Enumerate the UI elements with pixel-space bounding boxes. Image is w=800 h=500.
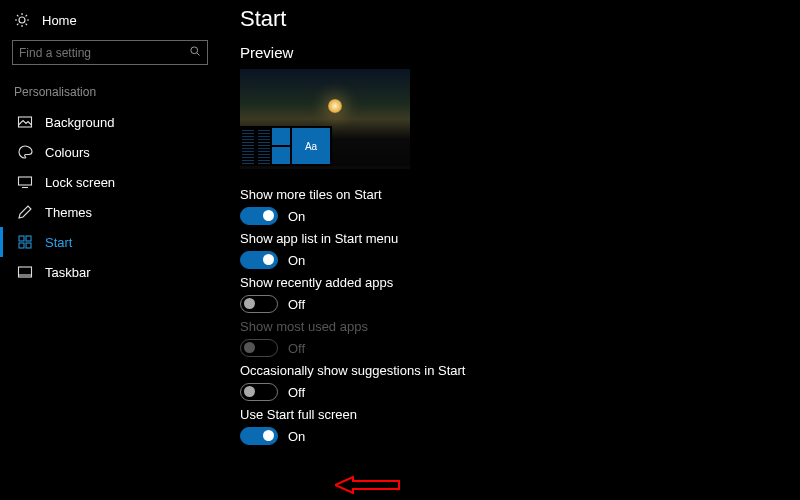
search-input[interactable] [19, 46, 189, 60]
toggle-switch [240, 339, 278, 357]
toggle-state: Off [288, 385, 305, 400]
toggle-state: Off [288, 297, 305, 312]
main-content: Start Preview Aa Show more tiles on Star… [220, 0, 800, 500]
sidebar-item-label: Lock screen [45, 175, 115, 190]
setting-row: Show app list in Start menuOn [240, 231, 780, 269]
setting-label: Show more tiles on Start [240, 187, 780, 202]
page-title: Start [240, 6, 780, 32]
svg-line-1 [197, 53, 200, 56]
svg-rect-5 [19, 236, 24, 241]
sidebar-item-background[interactable]: Background [0, 107, 220, 137]
search-icon [189, 45, 201, 60]
toggle-switch[interactable] [240, 383, 278, 401]
search-input-wrap[interactable] [12, 40, 208, 65]
sidebar-section-label: Personalisation [0, 79, 220, 107]
svg-rect-6 [26, 236, 31, 241]
toggle-switch[interactable] [240, 295, 278, 313]
home-label: Home [42, 13, 77, 28]
sidebar-item-themes[interactable]: Themes [0, 197, 220, 227]
sidebar: Home Personalisation Background Colours … [0, 0, 220, 500]
toggle-switch[interactable] [240, 251, 278, 269]
setting-label: Show most used apps [240, 319, 780, 334]
setting-row: Show most used appsOff [240, 319, 780, 357]
preview-tile-aa: Aa [292, 128, 330, 164]
toggle-state: On [288, 429, 305, 444]
sidebar-item-colours[interactable]: Colours [0, 137, 220, 167]
pen-icon [17, 204, 33, 220]
sidebar-item-label: Start [45, 235, 72, 250]
toggle-switch[interactable] [240, 427, 278, 445]
start-icon [17, 234, 33, 250]
toggle-state: Off [288, 341, 305, 356]
setting-row: Show recently added appsOff [240, 275, 780, 313]
taskbar-icon [17, 264, 33, 280]
toggle-switch[interactable] [240, 207, 278, 225]
sidebar-item-taskbar[interactable]: Taskbar [0, 257, 220, 287]
home-button[interactable]: Home [0, 6, 220, 38]
toggle-state: On [288, 253, 305, 268]
svg-rect-7 [19, 243, 24, 248]
setting-label: Show app list in Start menu [240, 231, 780, 246]
sidebar-item-label: Themes [45, 205, 92, 220]
toggle-state: On [288, 209, 305, 224]
sidebar-item-label: Background [45, 115, 114, 130]
start-preview: Aa [240, 69, 410, 169]
sidebar-item-label: Taskbar [45, 265, 91, 280]
setting-label: Show recently added apps [240, 275, 780, 290]
setting-row: Show more tiles on StartOn [240, 187, 780, 225]
setting-row: Occasionally show suggestions in StartOf… [240, 363, 780, 401]
setting-label: Use Start full screen [240, 407, 780, 422]
setting-label: Occasionally show suggestions in Start [240, 363, 780, 378]
sidebar-item-start[interactable]: Start [0, 227, 220, 257]
palette-icon [17, 144, 33, 160]
picture-icon [17, 114, 33, 130]
gear-icon [14, 12, 30, 28]
svg-rect-3 [19, 177, 32, 185]
setting-row: Use Start full screenOn [240, 407, 780, 445]
preview-label: Preview [240, 44, 780, 61]
svg-rect-8 [26, 243, 31, 248]
svg-point-0 [191, 47, 198, 54]
monitor-icon [17, 174, 33, 190]
sidebar-item-lockscreen[interactable]: Lock screen [0, 167, 220, 197]
sidebar-item-label: Colours [45, 145, 90, 160]
